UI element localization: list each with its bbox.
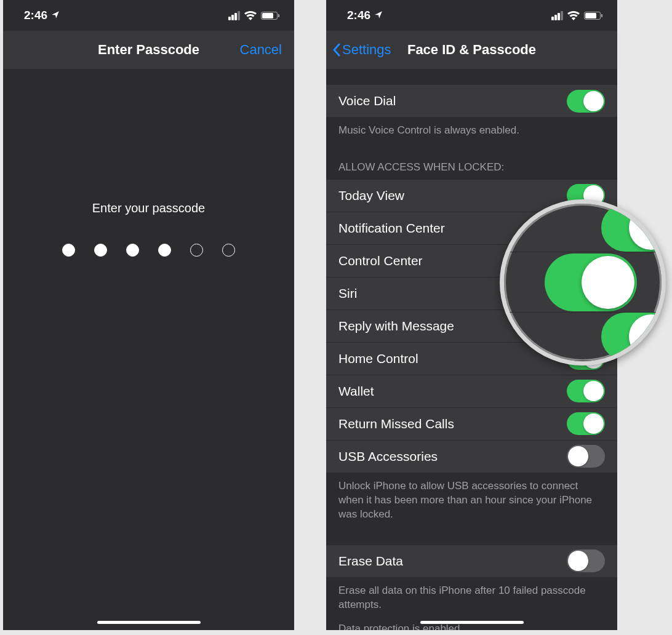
passcode-entry-area: Enter your passcode (3, 69, 294, 257)
location-arrow-icon (51, 10, 60, 21)
magnifier-focused-row (504, 252, 662, 313)
row-label: USB Accessories (338, 449, 438, 464)
passcode-screen: 2:46 Enter Passcode Cancel Enter your pa… (3, 0, 294, 630)
toggle-switch[interactable] (567, 412, 605, 435)
passcode-prompt: Enter your passcode (3, 201, 294, 215)
clock-time: 2:46 (24, 9, 47, 22)
wifi-icon (567, 11, 580, 20)
settings-row[interactable]: Erase Data (326, 545, 617, 578)
row-label: Erase Data (338, 554, 403, 569)
status-bar: 2:46 (3, 0, 294, 31)
home-indicator[interactable] (97, 621, 201, 624)
nav-title: Face ID & Passcode (407, 42, 536, 58)
battery-icon (584, 12, 603, 20)
status-time: 2:46 (347, 9, 383, 22)
section-footer: Music Voice Control is always enabled. (326, 118, 617, 145)
passcode-dots (3, 244, 294, 257)
row-label: Voice Dial (338, 94, 396, 108)
toggle-switch[interactable] (567, 445, 605, 468)
section-footer: Unlock iPhone to allow USB accessories t… (326, 473, 617, 529)
row-label: Reply with Message (338, 319, 454, 333)
settings-row[interactable]: Wallet (326, 375, 617, 408)
status-time: 2:46 (24, 9, 60, 22)
toggle-switch[interactable] (601, 204, 666, 252)
passcode-dot (190, 244, 203, 257)
settings-row[interactable]: Return Missed Calls (326, 408, 617, 441)
passcode-dot (222, 244, 235, 257)
nav-bar: Enter Passcode Cancel (3, 31, 294, 69)
row-label: Notification Center (338, 221, 445, 236)
passcode-dot (94, 244, 107, 257)
magnifier-callout (500, 199, 666, 365)
status-bar: 2:46 (326, 0, 617, 31)
row-label: Home Control (338, 351, 418, 366)
passcode-dot (158, 244, 171, 257)
location-arrow-icon (374, 10, 383, 21)
row-label: Siri (338, 286, 357, 301)
settings-row[interactable]: USB Accessories (326, 441, 617, 473)
nav-title: Enter Passcode (98, 42, 199, 58)
row-label: Control Center (338, 254, 423, 268)
toggle-switch[interactable] (567, 90, 605, 113)
toggle-switch[interactable] (601, 313, 666, 361)
status-icons (228, 11, 279, 20)
cellular-signal-icon (551, 11, 563, 20)
nav-bar: Settings Face ID & Passcode (326, 31, 617, 69)
wifi-icon (244, 11, 257, 20)
toggle-switch[interactable] (545, 254, 637, 311)
toggle-switch[interactable] (567, 549, 605, 572)
row-label: Today View (338, 188, 404, 203)
cellular-signal-icon (228, 11, 240, 20)
back-button[interactable]: Settings (332, 42, 391, 58)
passcode-dot (126, 244, 139, 257)
chevron-left-icon (332, 43, 341, 57)
home-indicator[interactable] (420, 621, 524, 624)
status-icons (551, 11, 602, 20)
clock-time: 2:46 (347, 9, 370, 22)
back-label: Settings (342, 42, 391, 58)
cancel-button[interactable]: Cancel (240, 42, 282, 58)
section-footer: Erase all data on this iPhone after 10 f… (326, 578, 617, 620)
toggle-switch[interactable] (567, 380, 605, 402)
section-header: ALLOW ACCESS WHEN LOCKED: (326, 145, 617, 180)
battery-icon (261, 12, 280, 20)
row-label: Wallet (338, 384, 374, 399)
settings-row[interactable]: Voice Dial (326, 85, 617, 118)
row-label: Return Missed Calls (338, 417, 454, 431)
passcode-dot (62, 244, 75, 257)
